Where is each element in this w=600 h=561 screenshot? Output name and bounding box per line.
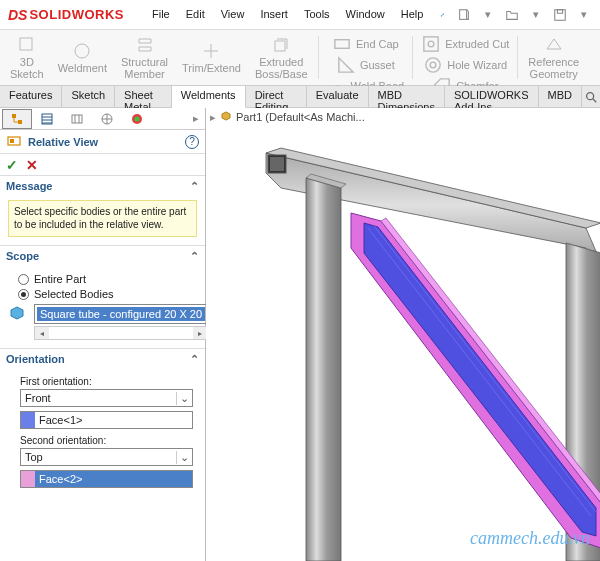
first-face-field[interactable]: Face<1> (20, 411, 193, 429)
svg-rect-15 (12, 114, 16, 118)
radio-selected-bodies[interactable]: Selected Bodies (18, 288, 197, 300)
save-dropdown-icon[interactable]: ▾ (573, 4, 595, 26)
pin-icon[interactable] (431, 4, 453, 26)
menu-insert[interactable]: Insert (252, 4, 296, 26)
command-tabs: Features Sketch Sheet Metal Weldments Di… (0, 86, 600, 108)
second-face-field[interactable]: Face<2> (20, 470, 193, 488)
tab-search-icon[interactable] (582, 86, 600, 107)
reference-geometry-button[interactable]: Reference Geometry (522, 32, 585, 83)
radio-icon (18, 274, 29, 285)
horizontal-scrollbar[interactable]: ◂▸ (34, 326, 208, 340)
first-orientation-label: First orientation: (20, 376, 197, 387)
tab-features[interactable]: Features (0, 86, 62, 107)
scroll-right-icon[interactable]: ▸ (193, 327, 207, 339)
tab-sheetmetal[interactable]: Sheet Metal (115, 86, 172, 107)
chevron-down-icon: ⌄ (176, 392, 192, 405)
orientation-header[interactable]: Orientation⌃ (0, 349, 205, 369)
fm-tab-expand-icon[interactable]: ▸ (193, 112, 203, 125)
extruded-cut-button[interactable]: Extruded Cut (417, 34, 513, 55)
tab-mbd[interactable]: MBD (539, 86, 582, 107)
end-cap-button[interactable]: End Cap (323, 34, 409, 55)
scroll-left-icon[interactable]: ◂ (35, 327, 49, 339)
graphics-viewport[interactable]: ▸ Part1 (Default<As Machi... (206, 108, 600, 561)
svg-point-12 (426, 58, 440, 72)
svg-rect-2 (558, 9, 563, 13)
ribbon: 3D Sketch Weldment Structural Member Tri… (0, 30, 600, 86)
property-manager: ▸ Relative View ? ✓ ✕ Message⌃ Select sp… (0, 108, 206, 561)
radio-entire-part[interactable]: Entire Part (18, 273, 197, 285)
message-header[interactable]: Message⌃ (0, 176, 205, 196)
svg-rect-25 (270, 157, 284, 171)
ribbon-sep-3 (517, 36, 518, 79)
panel-title: Relative View (28, 136, 98, 148)
logo-ds-prefix: DS (8, 7, 27, 23)
tab-weldments[interactable]: Weldments (172, 86, 246, 108)
3d-sketch-button[interactable]: 3D Sketch (4, 32, 50, 83)
tab-evaluate[interactable]: Evaluate (307, 86, 369, 107)
svg-line-26 (368, 228, 591, 516)
second-orientation-combo[interactable]: Top⌄ (20, 448, 193, 466)
chevron-down-icon: ⌄ (176, 451, 192, 464)
tab-direct-editing[interactable]: Direct Editing (246, 86, 307, 107)
ok-button[interactable]: ✓ (6, 157, 18, 173)
selection-list[interactable]: Square tube - configured 20 X 20 (34, 304, 208, 324)
menu-file[interactable]: File (144, 4, 178, 26)
hole-wizard-button[interactable]: Hole Wizard (417, 55, 513, 76)
fm-tab-property[interactable] (32, 109, 62, 129)
tab-sketch[interactable]: Sketch (62, 86, 115, 107)
new-dropdown-icon[interactable]: ▾ (477, 4, 499, 26)
orientation-section: Orientation⌃ First orientation: Front⌄ F… (0, 349, 205, 502)
fm-tab-feature-tree[interactable] (2, 109, 32, 129)
new-file-icon[interactable] (453, 4, 475, 26)
svg-rect-6 (20, 38, 32, 50)
svg-point-21 (135, 116, 140, 121)
menu-view[interactable]: View (213, 4, 253, 26)
face-color-swatch (21, 412, 35, 428)
svg-rect-8 (275, 41, 285, 51)
quick-access-toolbar: ▾ ▾ ▾ ▾ (453, 4, 600, 26)
help-icon[interactable]: ? (185, 135, 199, 149)
svg-rect-10 (424, 37, 438, 51)
logo-brand: SOLIDWORKS (29, 7, 124, 22)
menu-tools[interactable]: Tools (296, 4, 338, 26)
second-orientation-label: Second orientation: (20, 435, 197, 446)
svg-point-14 (587, 92, 594, 99)
cancel-button[interactable]: ✕ (26, 157, 38, 173)
menu-bar: File Edit View Insert Tools Window Help (144, 4, 453, 26)
collapse-icon: ⌃ (190, 250, 199, 263)
face-value: Face<1> (35, 414, 192, 426)
face-color-swatch (21, 471, 35, 487)
extruded-boss-button[interactable]: Extruded Boss/Base (249, 32, 314, 83)
tab-addins[interactable]: SOLIDWORKS Add-Ins (445, 86, 539, 107)
radio-icon-selected (18, 289, 29, 300)
selection-list-wrap: Square tube - configured 20 X 20 ◂▸ (34, 304, 208, 340)
fm-tab-config[interactable] (62, 109, 92, 129)
radio-label: Entire Part (34, 273, 86, 285)
fm-tab-display[interactable] (122, 109, 152, 129)
svg-point-7 (75, 44, 89, 58)
structural-member-button[interactable]: Structural Member (115, 32, 174, 83)
open-file-icon[interactable] (501, 4, 523, 26)
selection-box: Square tube - configured 20 X 20 ◂▸ (8, 304, 197, 340)
menu-window[interactable]: Window (338, 4, 393, 26)
body-icon (8, 304, 26, 336)
menu-help[interactable]: Help (393, 4, 432, 26)
first-orientation-combo[interactable]: Front⌄ (20, 389, 193, 407)
tab-mbd-dimensions[interactable]: MBD Dimensions (369, 86, 445, 107)
combo-value: Front (21, 392, 176, 404)
save-icon[interactable] (549, 4, 571, 26)
fm-tab-dimxpert[interactable] (92, 109, 122, 129)
gusset-button[interactable]: Gusset (323, 55, 409, 76)
ribbon-sep-2 (412, 36, 413, 79)
model-render (206, 108, 600, 561)
open-dropdown-icon[interactable]: ▾ (525, 4, 547, 26)
menu-edit[interactable]: Edit (178, 4, 213, 26)
title-bar: DS SOLIDWORKS File Edit View Insert Tool… (0, 0, 600, 30)
collapse-icon: ⌃ (190, 353, 199, 366)
svg-rect-9 (335, 40, 349, 49)
message-section: Message⌃ Select specific bodies or the e… (0, 176, 205, 246)
selection-item[interactable]: Square tube - configured 20 X 20 (37, 307, 205, 321)
scope-header[interactable]: Scope⌃ (0, 246, 205, 266)
trim-extend-button[interactable]: Trim/Extend (176, 32, 247, 83)
weldment-button[interactable]: Weldment (52, 32, 113, 83)
